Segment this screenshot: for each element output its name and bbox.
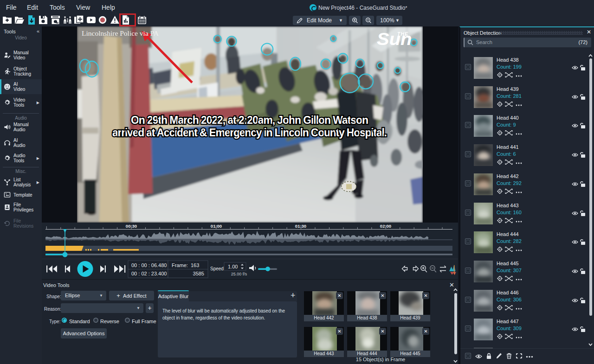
svg-text:Sun: Sun [377,29,412,48]
svg-text:3585: 3585 [193,271,204,276]
svg-text:25.00 f/s: 25.00 f/s [231,272,247,276]
svg-text:Lincolnshire Police via PA: Lincolnshire Police via PA [82,29,159,37]
svg-text:00 : 00 : 06.480: 00 : 00 : 06.480 [131,262,167,268]
svg-text:00 : 02 : 23.400: 00 : 02 : 23.400 [131,271,167,276]
svg-text:On 29th March 2022, at 2:20am,: On 29th March 2022, at 2:20am, John Gill… [131,114,368,126]
svg-text:Frame: 163: Frame: 163 [172,262,199,268]
svg-text:Speed: Speed [210,266,224,271]
svg-text:arrived at Accident & Emergenc: arrived at Accident & Emergency in Linco… [112,127,387,139]
svg-text:01:30: 01:30 [295,224,306,229]
svg-text:1.00: 1.00 [228,264,238,269]
